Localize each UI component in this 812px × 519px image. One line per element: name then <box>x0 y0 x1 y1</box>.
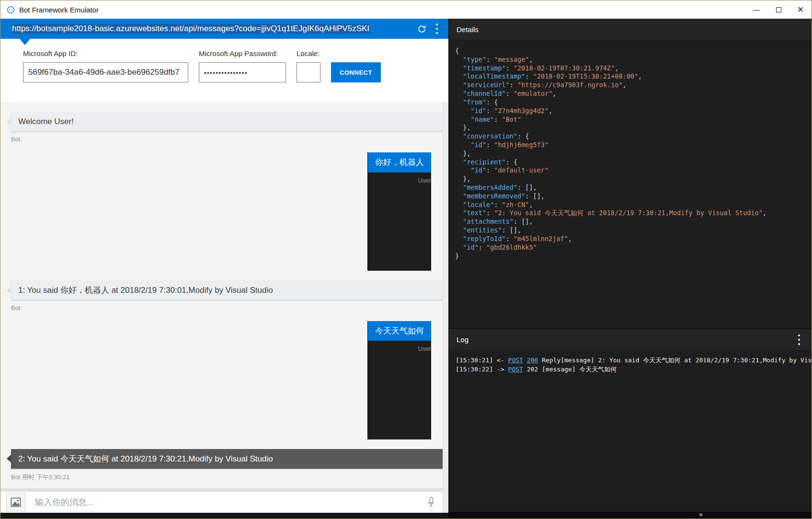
chat-input-divider <box>0 488 448 492</box>
log-post-link[interactable]: POST <box>508 357 523 364</box>
log-header: Log <box>449 329 812 351</box>
message-sender-label: Bot <box>11 304 448 311</box>
endpoint-url-input[interactable]: https://botsample2018-basic.azurewebsite… <box>12 24 411 34</box>
close-button[interactable]: × <box>789 0 812 19</box>
attach-image-button[interactable] <box>6 493 25 512</box>
log-bottom-strip: » <box>449 512 812 519</box>
message-sender-label: User <box>368 177 431 184</box>
log-entries: [15:30:21] <- POST 200 Reply[message] 2:… <box>449 351 812 512</box>
window-title: Bot Framework Emulator <box>19 6 99 14</box>
chat-messages: Welcome User!Bot你好，机器人User1: You said 你好… <box>0 102 448 488</box>
minimize-button[interactable]: — <box>745 0 767 19</box>
message-group: 2: You said 今天天气如何 at 2018/2/19 7:30:21,… <box>11 449 448 482</box>
log-menu-icon[interactable] <box>798 333 800 346</box>
chat-bubble-bot[interactable]: 1: You said 你好，机器人 at 2018/2/19 7:30:01,… <box>11 280 448 300</box>
details-title: Details <box>457 25 479 34</box>
app-password-label: Microsoft App Password: <box>199 49 286 58</box>
app-id-label: Microsoft App ID: <box>23 49 188 58</box>
app-id-field[interactable] <box>23 62 188 82</box>
left-bottom-strip <box>0 513 448 519</box>
connect-button[interactable]: CONNECT <box>331 62 381 82</box>
chat-bubble-user[interactable]: 今天天气如何 <box>368 321 431 341</box>
details-json[interactable]: { "type": "message", "timestamp": "2018-… <box>449 41 812 328</box>
log-entry: [15:30:21] <- POST 200 Reply[message] 2:… <box>456 356 812 365</box>
image-icon <box>11 497 21 507</box>
maximize-button[interactable] <box>767 0 789 19</box>
endpoint-url-text: https://botsample2018-basic.azurewebsite… <box>12 24 369 34</box>
endpoint-url-bar: https://botsample2018-basic.azurewebsite… <box>0 19 448 39</box>
message-group: Welcome User!Bot <box>11 112 448 143</box>
log-status-code[interactable]: 200 <box>527 357 538 364</box>
chat-input-bar <box>0 492 448 513</box>
reload-icon[interactable] <box>417 24 426 34</box>
chat-bubble-bot[interactable]: Welcome User! <box>11 112 448 131</box>
log-title: Log <box>457 335 469 344</box>
url-bar-menu-icon[interactable] <box>436 23 438 35</box>
message-sender-label: Bot <box>11 136 448 143</box>
locale-label: Locale: <box>297 49 320 58</box>
url-bar-pointer <box>20 39 30 45</box>
chat-bubble-user[interactable]: 你好，机器人 <box>368 152 431 172</box>
message-group: 1: You said 你好，机器人 at 2018/2/19 7:30:01,… <box>11 280 448 311</box>
details-header: Details <box>449 19 812 41</box>
log-post-link[interactable]: POST <box>508 366 523 373</box>
message-group: 你好，机器人User <box>367 152 431 271</box>
app-logo-icon <box>7 6 15 14</box>
microphone-icon[interactable] <box>427 496 435 508</box>
chat-scrollbar[interactable] <box>443 102 448 513</box>
log-section: Log [15:30:21] <- POST 200 Reply[message… <box>449 328 812 519</box>
scroll-more-indicator[interactable]: » <box>699 510 703 518</box>
maximize-icon <box>776 7 781 12</box>
log-status-code: 202 <box>527 366 538 373</box>
window-titlebar: Bot Framework Emulator — × <box>0 0 812 19</box>
message-group: 今天天气如何User <box>367 321 431 439</box>
chat-bubble-bot-selected[interactable]: 2: You said 今天天气如何 at 2018/2/19 7:30:21,… <box>11 449 448 469</box>
message-sender-label: Bot 用时 下午3:30:21 <box>11 473 448 482</box>
chat-panel: https://botsample2018-basic.azurewebsite… <box>0 19 448 519</box>
locale-field[interactable] <box>297 62 320 82</box>
connect-form: Microsoft App ID: Microsoft App Password… <box>0 39 448 102</box>
app-password-field[interactable] <box>199 62 286 82</box>
message-input[interactable] <box>25 497 427 507</box>
log-entry: [15:30:22] -> POST 202 [message] 今天天气如何 <box>456 365 812 374</box>
message-sender-label: User <box>368 345 431 352</box>
inspector-panel: Details { "type": "message", "timestamp"… <box>448 19 812 519</box>
